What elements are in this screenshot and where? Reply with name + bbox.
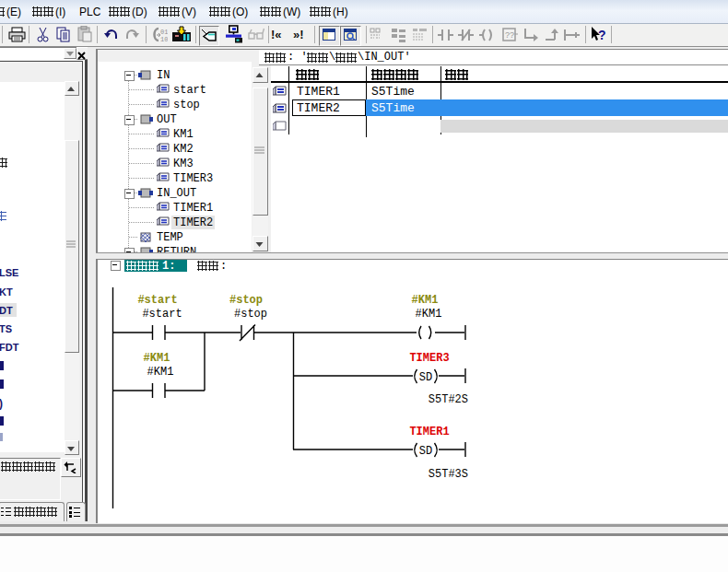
svg-text:#KM1: #KM1 (412, 294, 439, 307)
svg-text:#KM1: #KM1 (144, 352, 170, 365)
svg-text:#start: #start (142, 308, 182, 321)
svg-text:#KM1: #KM1 (416, 308, 442, 321)
svg-text:#stop: #stop (229, 294, 263, 307)
svg-text:#start: #start (137, 294, 177, 307)
svg-text:#stop: #stop (234, 308, 267, 321)
svg-text:S5T#3S: S5T#3S (429, 468, 468, 481)
svg-text:TIMER3: TIMER3 (409, 352, 449, 365)
svg-text:??: ?? (505, 30, 514, 40)
svg-text:TIMER1: TIMER1 (409, 426, 449, 438)
svg-text:01: 01 (160, 29, 168, 36)
svg-text:?: ? (598, 28, 606, 42)
svg-text:SD: SD (419, 445, 432, 458)
svg-text:10: 10 (160, 36, 168, 43)
svg-text:#KM1: #KM1 (147, 366, 174, 379)
svg-text:S5T#2S: S5T#2S (429, 393, 468, 406)
svg-text:SD: SD (419, 371, 432, 384)
